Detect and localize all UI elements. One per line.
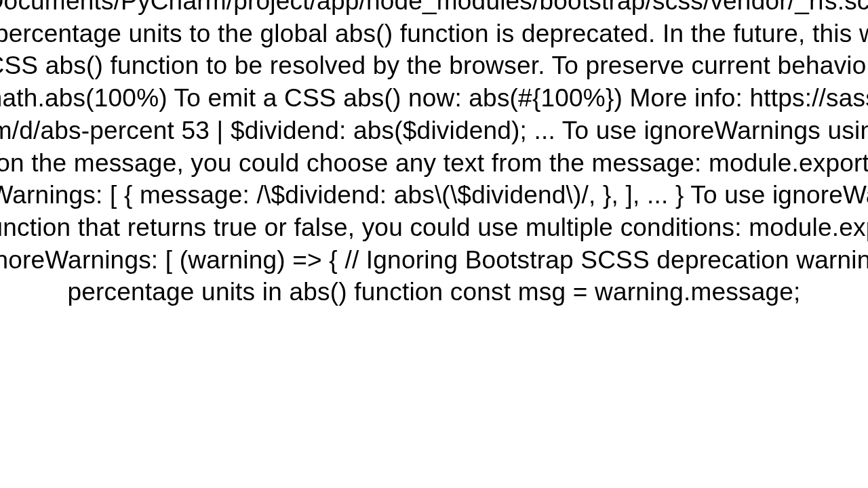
document-content: s/Jarad/Documents/PyCharm/project/app/no…: [0, 0, 868, 488]
document-text: s/Jarad/Documents/PyCharm/project/app/no…: [0, 0, 868, 308]
